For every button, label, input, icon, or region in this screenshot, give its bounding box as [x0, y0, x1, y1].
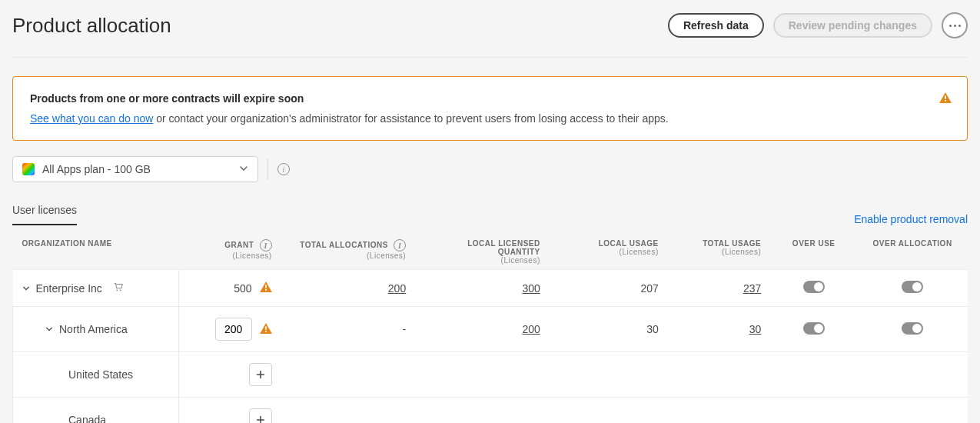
col-grant: GRANT i(Licenses)	[178, 231, 281, 270]
col-total-usage: TOTAL USAGE(Licenses)	[668, 231, 770, 270]
warning-icon	[260, 323, 272, 336]
cart-icon[interactable]	[113, 281, 124, 295]
over-alloc-toggle[interactable]	[902, 322, 923, 335]
org-name: Canada	[68, 414, 106, 423]
col-local-lic: LOCAL LICENSED QUANTITY(Licenses)	[415, 231, 550, 270]
local-lic-value[interactable]: 200	[522, 323, 540, 335]
over-alloc-toggle[interactable]	[902, 281, 923, 293]
table-row: Enterprise Inc500200300207237	[13, 270, 968, 307]
page-title: Product allocation	[12, 14, 171, 38]
local-usage-value: 207	[640, 282, 658, 295]
info-icon[interactable]: i	[260, 239, 272, 251]
divider	[267, 158, 268, 180]
product-select[interactable]: All Apps plan - 100 GB	[12, 156, 258, 182]
org-name: Enterprise Inc	[36, 282, 102, 295]
local-usage-value: 30	[646, 323, 659, 335]
grant-input[interactable]	[215, 318, 252, 341]
warning-icon	[939, 92, 952, 106]
grant-value: 500	[234, 282, 251, 295]
total-alloc-value[interactable]: 200	[388, 282, 406, 295]
expiry-alert: Products from one or more contracts will…	[12, 76, 968, 141]
warning-icon	[260, 281, 272, 295]
header-actions: Refresh data Review pending changes	[668, 12, 968, 38]
org-name: United States	[68, 368, 133, 381]
col-org: ORGANIZATION NAME	[13, 231, 179, 270]
over-use-toggle[interactable]	[803, 281, 825, 293]
enable-product-removal-link[interactable]: Enable product removal	[854, 213, 968, 225]
more-actions-button[interactable]	[942, 12, 968, 38]
table-row: Canada	[13, 398, 968, 424]
dot-icon	[954, 25, 956, 27]
expand-icon[interactable]	[45, 323, 53, 335]
col-over-alloc: OVER ALLOCATION	[857, 231, 968, 270]
tabs-row: User licenses Enable product removal	[12, 204, 968, 225]
info-icon[interactable]: i	[277, 163, 290, 175]
org-name: North America	[59, 323, 128, 335]
tab-user-licenses[interactable]: User licenses	[12, 204, 77, 225]
local-lic-value[interactable]: 300	[522, 282, 540, 295]
add-grant-button[interactable]	[249, 408, 272, 423]
alert-link[interactable]: See what you can do now	[30, 112, 153, 125]
product-select-label: All Apps plan - 100 GB	[42, 163, 151, 175]
expand-icon[interactable]	[22, 282, 30, 295]
alert-rest: or contact your organization's administr…	[153, 112, 668, 125]
col-local-usage: LOCAL USAGE(Licenses)	[550, 231, 668, 270]
review-pending-button[interactable]: Review pending changes	[773, 13, 932, 38]
refresh-data-button[interactable]: Refresh data	[668, 13, 764, 38]
total-alloc-value: -	[403, 323, 407, 335]
total-usage-value[interactable]: 30	[749, 323, 762, 335]
over-use-toggle[interactable]	[803, 322, 825, 335]
dot-icon	[949, 25, 952, 27]
dot-icon	[958, 25, 961, 27]
table-row: North America-2003030	[13, 307, 968, 352]
alert-title: Products from one or more contracts will…	[30, 92, 950, 105]
product-controls: All Apps plan - 100 GB i	[12, 156, 968, 182]
total-usage-value[interactable]: 237	[743, 282, 761, 295]
add-grant-button[interactable]	[249, 363, 272, 386]
table-row: United States	[13, 352, 968, 398]
col-total-alloc: TOTAL ALLOCATIONS i(Licenses)	[281, 231, 416, 270]
page-header: Product allocation Refresh data Review p…	[12, 12, 968, 58]
allocation-table: ORGANIZATION NAME GRANT i(Licenses) TOTA…	[12, 231, 968, 423]
creative-cloud-icon	[22, 163, 35, 175]
chevron-down-icon	[239, 162, 248, 176]
info-icon[interactable]: i	[394, 239, 406, 251]
alert-body: See what you can do now or contact your …	[30, 112, 950, 125]
col-over-use: OVER USE	[770, 231, 857, 270]
